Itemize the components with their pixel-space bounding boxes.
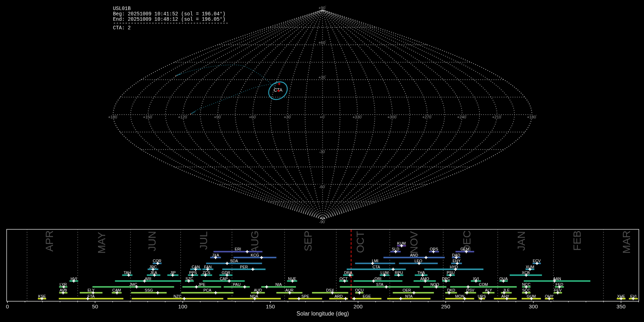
svg-text:THA: THA: [417, 270, 425, 275]
svg-text:USL01B: USL01B: [113, 6, 131, 11]
svg-text:EGE: EGE: [363, 294, 371, 298]
svg-text:MAR: MAR: [621, 230, 632, 253]
svg-text:CAP: CAP: [220, 277, 228, 281]
svg-text:ORI: ORI: [375, 277, 381, 281]
svg-text:300: 300: [529, 303, 538, 309]
svg-text:+90˚: +90˚: [318, 5, 326, 10]
svg-text:ORS: ORS: [430, 247, 438, 251]
svg-text:ARD: ARD: [335, 294, 343, 298]
svg-text:COM: COM: [479, 282, 488, 287]
svg-text:-90˚: -90˚: [319, 219, 326, 224]
svg-text:50: 50: [92, 303, 98, 309]
svg-text:+120˚: +120˚: [178, 114, 188, 119]
svg-text:HYD: HYD: [450, 265, 458, 269]
svg-text:-30˚: -30˚: [319, 149, 326, 154]
svg-text:+240˚: +240˚: [457, 114, 467, 119]
svg-text:DKD: DKD: [447, 288, 455, 292]
svg-text:ARI: ARI: [145, 277, 151, 281]
svg-text:200: 200: [353, 303, 362, 309]
svg-text:PCA: PCA: [203, 288, 211, 292]
svg-text:Beg: 20251009 10:41:52 (sol =: Beg: 20251009 10:41:52 (sol = 196.04°): [113, 11, 226, 17]
svg-text:SSG: SSG: [145, 288, 153, 292]
svg-text:DSX: DSX: [326, 288, 334, 292]
svg-text:PER: PER: [240, 265, 248, 269]
svg-text:AHY: AHY: [501, 294, 509, 298]
svg-text:SEP: SEP: [302, 230, 314, 251]
svg-text:AND: AND: [410, 253, 418, 257]
svg-text:COR: COR: [153, 259, 161, 263]
svg-text:Solar longitude (deg): Solar longitude (deg): [297, 311, 349, 317]
svg-text:NDA: NDA: [250, 294, 259, 298]
svg-text:CTA: 2: CTA: 2: [113, 25, 131, 31]
svg-text:AMO: AMO: [420, 277, 429, 281]
svg-text:JMC: JMC: [129, 282, 137, 287]
svg-text:SPE: SPE: [301, 294, 309, 298]
svg-text:PAU: PAU: [233, 282, 240, 287]
svg-text:ERI: ERI: [235, 247, 241, 251]
svg-text:LEO: LEO: [414, 259, 422, 263]
svg-text:+30˚: +30˚: [318, 75, 326, 79]
svg-text:+150˚: +150˚: [143, 114, 153, 119]
svg-text:SZC: SZC: [185, 277, 193, 281]
svg-text:NOO: NOO: [430, 282, 439, 287]
svg-text:+300˚: +300˚: [387, 114, 397, 119]
svg-text:STA: STA: [376, 282, 384, 287]
svg-text:+90˚: +90˚: [214, 114, 221, 119]
svg-text:DSV: DSV: [467, 288, 475, 292]
svg-text:0: 0: [6, 303, 9, 309]
svg-text:GDR: GDR: [222, 270, 230, 275]
svg-text:MON: MON: [455, 294, 464, 298]
svg-text:PPS: PPS: [189, 270, 197, 275]
svg-text:OCT: OCT: [355, 231, 366, 253]
svg-text:ZCS: ZCS: [203, 270, 210, 275]
svg-text:-60˚: -60˚: [319, 184, 326, 189]
svg-text:250: 250: [441, 303, 450, 309]
svg-text:APR: APR: [44, 230, 55, 252]
svg-text:DRA: DRA: [344, 270, 353, 275]
svg-text:URS: URS: [478, 294, 486, 298]
svg-text:KCG: KCG: [251, 253, 259, 257]
svg-text:+210˚: +210˚: [492, 114, 502, 119]
svg-text:JUL: JUL: [198, 231, 209, 250]
svg-text:OER: OER: [402, 288, 411, 292]
svg-text:100: 100: [178, 303, 187, 309]
svg-text:+60˚: +60˚: [318, 40, 326, 45]
svg-text:NOV: NOV: [408, 231, 420, 254]
svg-text:TAH: TAH: [123, 270, 131, 275]
svg-text:NTA: NTA: [405, 294, 413, 298]
svg-text:150: 150: [266, 303, 275, 309]
svg-text:+180˚: +180˚: [108, 114, 118, 119]
svg-text:OCT: OCT: [340, 277, 348, 281]
svg-text:NZC: NZC: [174, 294, 181, 298]
svg-text:MAY: MAY: [96, 232, 107, 254]
svg-text:+330˚: +330˚: [352, 114, 362, 119]
svg-text:JEA: JEA: [150, 270, 157, 275]
svg-text:+180˚: +180˚: [527, 114, 537, 119]
svg-text:+270˚: +270˚: [422, 114, 432, 119]
svg-text:CTA: CTA: [372, 265, 380, 269]
svg-text:EHY: EHY: [453, 259, 460, 263]
svg-text:FTA: FTA: [88, 294, 95, 298]
svg-text:LYR: LYR: [59, 282, 67, 287]
svg-text:+60˚: +60˚: [249, 114, 257, 119]
svg-text:NIA: NIA: [275, 282, 282, 287]
svg-text:JAN: JAN: [516, 231, 527, 251]
svg-text:+30˚: +30˚: [284, 114, 291, 119]
svg-text:JPE: JPE: [198, 282, 205, 287]
svg-text:JUN: JUN: [146, 231, 158, 251]
svg-text:AUG: AUG: [249, 231, 260, 253]
svg-text:FEB: FEB: [571, 230, 583, 250]
svg-text:350: 350: [616, 303, 625, 309]
svg-text:SDA: SDA: [230, 259, 238, 263]
svg-text:GEM: GEM: [460, 247, 469, 251]
